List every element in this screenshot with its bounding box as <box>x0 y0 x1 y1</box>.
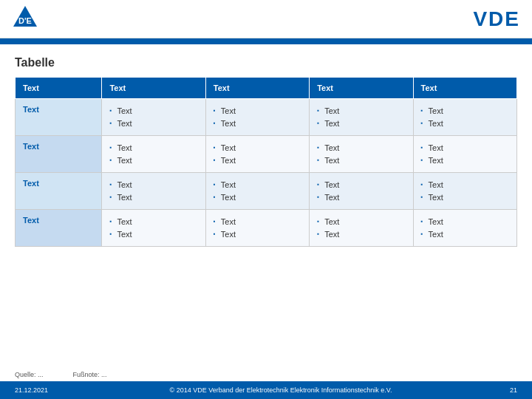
cell-3-2: Text Text <box>205 210 309 247</box>
bullet-item: Text <box>317 154 405 167</box>
cell-0-4: Text Text <box>413 99 516 136</box>
footer-copyright: © 2014 VDE Verband der Elektrotechnik El… <box>59 386 502 394</box>
col-header-1: Text <box>102 78 205 99</box>
table-row: Text Text Text Text Text Text <box>16 99 517 136</box>
bullet-item: Text <box>109 105 197 117</box>
bullet-item: Text <box>421 154 509 167</box>
bullet-item: Text <box>214 142 301 154</box>
bullet-item: Text <box>421 228 509 241</box>
cell-2-3: Text Text <box>310 173 413 210</box>
row-header-0: Text <box>16 99 102 136</box>
cell-3-3: Text Text <box>310 210 413 247</box>
col-header-3: Text <box>310 78 413 99</box>
footnote-label: Fußnote: ... <box>73 371 107 378</box>
main-table: Text Text Text Text Text Text Text Text <box>15 77 517 247</box>
bullet-item: Text <box>317 117 405 130</box>
cell-1-3: Text Text <box>310 136 413 173</box>
source-label: Quelle: ... <box>15 371 44 378</box>
bullet-item: Text <box>317 191 405 204</box>
logo-de: D'E <box>12 4 38 34</box>
bullet-item: Text <box>317 179 405 191</box>
svg-text:D'E: D'E <box>18 16 32 25</box>
cell-1-1: Text Text <box>102 136 205 173</box>
table-row: Text Text Text Text Text Text <box>16 210 517 247</box>
cell-2-1: Text Text <box>102 173 205 210</box>
page-title: Tabelle <box>15 56 517 69</box>
footer-date: 21.12.2021 <box>15 386 59 394</box>
blue-stripe <box>0 38 532 44</box>
cell-2-2: Text Text <box>205 173 309 210</box>
bullet-item: Text <box>317 228 405 241</box>
logo-vde: VDE <box>473 7 520 31</box>
bullet-item: Text <box>317 216 405 228</box>
bullet-item: Text <box>421 142 509 154</box>
bullet-item: Text <box>214 191 301 204</box>
header: D'E VDE <box>0 0 532 38</box>
bullet-item: Text <box>109 142 197 154</box>
footer-bar: 21.12.2021 © 2014 VDE Verband der Elektr… <box>0 381 532 399</box>
bullet-item: Text <box>109 117 197 130</box>
cell-0-3: Text Text <box>310 99 413 136</box>
col-header-2: Text <box>205 78 309 99</box>
main-content: Tabelle Text Text Text Text Text Text Te… <box>0 44 532 253</box>
bullet-item: Text <box>214 179 301 191</box>
bullet-item: Text <box>421 117 509 130</box>
col-header-0: Text <box>16 78 102 99</box>
row-header-3: Text <box>16 210 102 247</box>
footer-meta-row: Quelle: ... Fußnote: ... <box>0 368 532 381</box>
bullet-item: Text <box>421 105 509 117</box>
cell-3-4: Text Text <box>413 210 516 247</box>
row-header-1: Text <box>16 136 102 173</box>
bullet-item: Text <box>214 105 301 117</box>
cell-0-2: Text Text <box>205 99 309 136</box>
cell-1-4: Text Text <box>413 136 516 173</box>
bullet-item: Text <box>214 228 301 241</box>
bullet-item: Text <box>109 154 197 167</box>
footer-page-number: 21 <box>502 386 517 394</box>
table-row: Text Text Text Text Text Text <box>16 173 517 210</box>
cell-1-2: Text Text <box>205 136 309 173</box>
bullet-item: Text <box>317 142 405 154</box>
table-header-row: Text Text Text Text Text <box>16 78 517 99</box>
table-row: Text Text Text Text Text Text <box>16 136 517 173</box>
bullet-item: Text <box>109 191 197 204</box>
cell-3-1: Text Text <box>102 210 205 247</box>
bullet-item: Text <box>421 179 509 191</box>
bullet-item: Text <box>109 179 197 191</box>
row-header-2: Text <box>16 173 102 210</box>
cell-2-4: Text Text <box>413 173 516 210</box>
bullet-item: Text <box>109 216 197 228</box>
cell-0-1: Text Text <box>102 99 205 136</box>
bullet-item: Text <box>214 216 301 228</box>
bullet-item: Text <box>317 105 405 117</box>
col-header-4: Text <box>413 78 516 99</box>
bullet-item: Text <box>214 154 301 167</box>
bullet-item: Text <box>109 228 197 241</box>
footer: Quelle: ... Fußnote: ... 21.12.2021 © 20… <box>0 368 532 399</box>
bullet-item: Text <box>214 117 301 130</box>
bullet-item: Text <box>421 191 509 204</box>
bullet-item: Text <box>421 216 509 228</box>
